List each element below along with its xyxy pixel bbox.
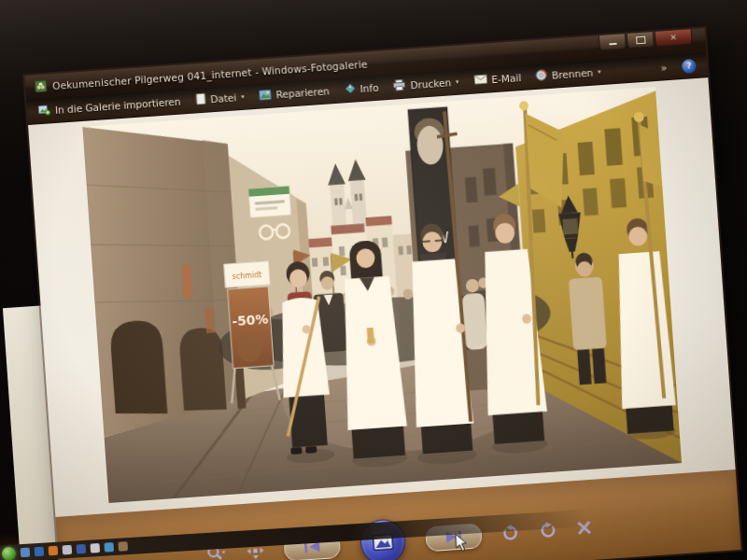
help-button[interactable]: ? — [682, 58, 697, 73]
procession-photo: CW — [82, 87, 682, 503]
quick-launch-icon[interactable] — [104, 542, 114, 553]
file-icon — [195, 93, 206, 107]
toolbar-label: Datei — [210, 91, 237, 105]
toolbar-item-brennen[interactable]: Brennen ▾ — [536, 65, 602, 83]
maximize-icon — [636, 35, 646, 44]
info-tag-icon — [344, 82, 356, 96]
close-button[interactable]: × — [655, 29, 693, 47]
quick-launch-icon[interactable] — [63, 545, 73, 555]
quick-launch-icon[interactable] — [77, 544, 87, 554]
import-picture-icon — [38, 104, 51, 118]
quick-launch-icon[interactable] — [35, 547, 45, 557]
toolbar-label: Drucken — [410, 77, 451, 91]
help-icon: ? — [686, 61, 692, 70]
quick-launch-icon[interactable] — [21, 548, 31, 558]
toolbar-label: Reparieren — [275, 85, 330, 100]
photo-viewer-canvas: CW — [82, 87, 682, 503]
fix-photo-icon — [259, 89, 272, 102]
printer-icon — [393, 79, 406, 93]
sale-sign-store: schmidt — [232, 270, 261, 281]
import-to-gallery-button[interactable]: In die Galerie importieren — [38, 95, 181, 119]
minimize-button[interactable] — [599, 34, 627, 50]
toolbar-item-reparieren[interactable]: Reparieren — [259, 85, 330, 102]
sale-sign-discount: -50% — [231, 311, 268, 329]
quick-launch-icon[interactable] — [118, 541, 128, 552]
start-button[interactable] — [2, 546, 17, 560]
burn-disc-icon — [536, 69, 548, 83]
toolbar-item-info[interactable]: Info — [344, 81, 379, 97]
toolbar-label: E-Mail — [491, 72, 522, 85]
maximize-button[interactable] — [627, 32, 655, 49]
mouse-cursor — [455, 533, 470, 556]
toolbar-spacer — [616, 69, 646, 71]
minimize-icon — [609, 43, 616, 46]
close-icon: × — [669, 33, 677, 42]
dropdown-caret-icon: ▾ — [241, 93, 245, 101]
toolbar-item-datei[interactable]: Datei ▾ — [195, 91, 245, 107]
toolbar-item-email[interactable]: E-Mail — [473, 72, 521, 87]
toolbar-label: Brennen — [552, 67, 594, 81]
toolbar-label: Info — [359, 82, 379, 94]
projected-screen-photo: Oekumenischer Pilgerweg 041_internet - W… — [0, 0, 747, 560]
quick-launch-icon[interactable] — [49, 546, 59, 556]
dropdown-caret-icon: ▾ — [456, 78, 459, 86]
toolbar-item-drucken[interactable]: Drucken ▾ — [393, 76, 459, 93]
viewer-content-area: CW — [28, 77, 736, 517]
dropdown-caret-icon: ▾ — [598, 68, 601, 76]
quick-launch-icon[interactable] — [90, 543, 100, 553]
projected-desktop: Oekumenischer Pilgerweg 041_internet - W… — [24, 28, 740, 560]
email-envelope-icon — [473, 75, 487, 87]
window-controls: × — [599, 29, 693, 49]
toolbar-overflow-chevron[interactable]: » — [660, 62, 668, 74]
import-label: In die Galerie importieren — [55, 96, 181, 116]
photo-gallery-app-icon — [35, 77, 48, 96]
photo-left-stone-arcade — [82, 117, 247, 437]
